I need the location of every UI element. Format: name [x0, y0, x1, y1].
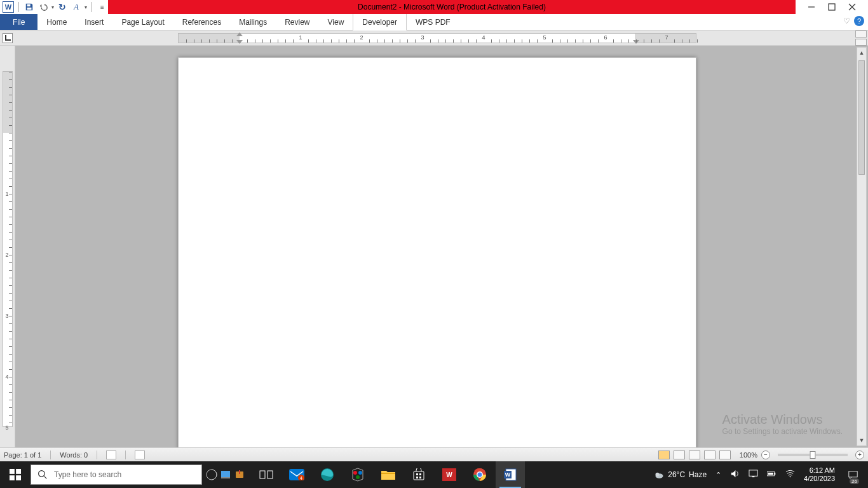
ruler-side-tools: [855, 30, 867, 46]
svg-rect-13: [221, 471, 230, 477]
ruler-number: 3: [421, 34, 424, 41]
watermark-title: Activate Windows: [722, 412, 843, 427]
tab-references[interactable]: References: [173, 14, 230, 30]
word-count[interactable]: Words: 0: [60, 451, 88, 459]
svg-text:W: W: [505, 471, 511, 478]
svg-point-25: [356, 475, 360, 479]
ruler-row: 1 2 3 4 5 6 7: [0, 30, 868, 46]
view-full-screen-icon[interactable]: [674, 451, 685, 459]
vertical-ruler[interactable]: 1 2 3 4 5: [3, 71, 13, 427]
network-icon[interactable]: [749, 469, 758, 480]
wps-app-icon[interactable]: W: [435, 461, 464, 488]
font-format-icon[interactable]: A: [71, 1, 82, 13]
weather-condition: Haze: [689, 470, 707, 479]
separator: [125, 451, 126, 459]
zoom-level[interactable]: 100%: [740, 451, 757, 459]
save-icon[interactable]: [24, 1, 35, 13]
weather-widget[interactable]: 26°C Haze: [654, 470, 707, 480]
view-draft-icon[interactable]: [719, 451, 731, 459]
tab-insert[interactable]: Insert: [76, 14, 112, 30]
watermark-subtitle: Go to Settings to activate Windows.: [722, 427, 843, 436]
news-icon[interactable]: [205, 464, 219, 485]
svg-rect-16: [239, 470, 240, 474]
wifi-icon[interactable]: [785, 469, 795, 480]
pan-hand-icon[interactable]: [855, 39, 867, 46]
battery-icon[interactable]: [767, 469, 776, 480]
scroll-thumb[interactable]: [858, 60, 865, 175]
mail-app-icon[interactable]: 4: [282, 461, 311, 488]
file-explorer-icon[interactable]: [374, 461, 403, 488]
action-center-icon[interactable]: 26: [844, 461, 862, 488]
tab-home[interactable]: Home: [37, 14, 76, 30]
svg-rect-47: [768, 473, 773, 475]
minimize-button[interactable]: [807, 3, 816, 11]
ruler-number: 1: [299, 34, 302, 41]
qat-customize-icon[interactable]: ≡: [97, 1, 108, 13]
svg-rect-44: [752, 476, 755, 477]
zoom-slider[interactable]: [778, 454, 848, 456]
spellcheck-icon[interactable]: [106, 451, 116, 459]
maximize-button[interactable]: [827, 3, 836, 11]
office-app-icon[interactable]: [343, 461, 372, 488]
undo-dropdown-icon[interactable]: ▾: [51, 4, 54, 10]
tab-page-layout[interactable]: Page Layout: [112, 14, 173, 30]
tab-wps-pdf[interactable]: WPS PDF: [407, 14, 459, 30]
scroll-up-icon[interactable]: ▲: [857, 48, 866, 58]
word-app-taskbar-icon[interactable]: W: [496, 461, 525, 488]
word-app-icon[interactable]: W: [3, 1, 14, 13]
separator: [18, 2, 19, 12]
horizontal-ruler[interactable]: 1 2 3 4 5 6 7: [178, 33, 696, 43]
ruler-toggle-icon[interactable]: [855, 30, 867, 37]
macro-record-icon[interactable]: [135, 451, 145, 459]
heart-icon[interactable]: ♡: [843, 17, 850, 25]
help-icon[interactable]: ?: [854, 16, 864, 26]
start-button[interactable]: [0, 461, 31, 488]
microsoft-store-icon[interactable]: [404, 461, 433, 488]
tray-overflow-icon[interactable]: ⌃: [715, 471, 721, 479]
svg-rect-49: [848, 471, 857, 477]
separator: [97, 451, 97, 459]
vertical-scrollbar[interactable]: ▲ ▼: [857, 47, 867, 446]
hanging-indent-icon[interactable]: [236, 40, 243, 44]
svg-rect-9: [16, 475, 21, 480]
pinned-app-icon[interactable]: [233, 464, 247, 485]
document-page[interactable]: [178, 57, 696, 447]
undo-icon[interactable]: [37, 1, 49, 13]
tab-stop-selector[interactable]: [3, 33, 13, 43]
tab-mailings[interactable]: Mailings: [230, 14, 276, 30]
task-view-icon[interactable]: [252, 461, 281, 488]
edge-browser-icon[interactable]: [313, 461, 342, 488]
tab-developer[interactable]: Developer: [353, 14, 407, 30]
close-button[interactable]: [848, 3, 857, 11]
redo-icon[interactable]: ↻: [57, 1, 68, 13]
tab-review[interactable]: Review: [276, 14, 318, 30]
interests-icon[interactable]: [219, 464, 233, 485]
svg-rect-26: [381, 473, 395, 474]
taskbar-search[interactable]: Type here to search: [31, 464, 202, 485]
view-outline-icon[interactable]: [704, 451, 715, 459]
svg-rect-18: [268, 471, 273, 478]
first-line-indent-icon[interactable]: [236, 32, 243, 36]
title-bar: W ▾ ↻ A ▾ ≡ Document2 - Microsoft Word (…: [0, 0, 868, 14]
zoom-slider-knob[interactable]: [810, 451, 816, 459]
zoom-out-button[interactable]: −: [761, 451, 770, 459]
activate-windows-watermark: Activate Windows Go to Settings to activ…: [722, 412, 843, 436]
taskbar-apps: 4 W W: [252, 461, 525, 488]
ruler-number: 2: [360, 34, 363, 41]
view-print-layout-icon[interactable]: [658, 451, 670, 459]
tray-clock[interactable]: 6:12 AM 4/20/2023: [804, 466, 835, 483]
volume-icon[interactable]: [730, 469, 740, 480]
zoom-in-button[interactable]: +: [855, 451, 864, 459]
chrome-browser-icon[interactable]: [465, 461, 494, 488]
window-controls: [796, 0, 868, 14]
svg-rect-7: [16, 469, 21, 474]
document-canvas[interactable]: Activate Windows Go to Settings to activ…: [15, 46, 868, 447]
page-status[interactable]: Page: 1 of 1: [4, 451, 41, 459]
scroll-down-icon[interactable]: ▼: [857, 435, 866, 445]
search-side-icons: [205, 464, 247, 485]
view-web-layout-icon[interactable]: [689, 451, 700, 459]
format-dropdown-icon[interactable]: ▾: [85, 4, 87, 10]
svg-rect-1: [27, 8, 32, 10]
tab-file[interactable]: File: [0, 14, 37, 30]
tab-view[interactable]: View: [319, 14, 353, 30]
